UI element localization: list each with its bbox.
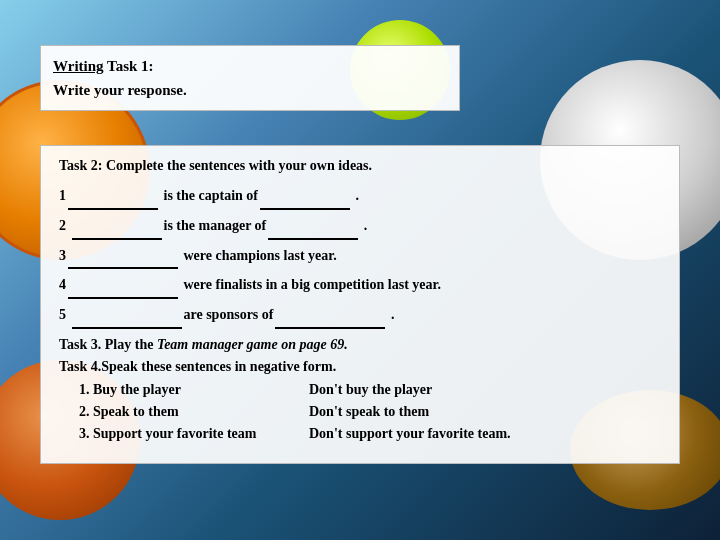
sentence-4-num: 4 <box>59 277 66 292</box>
blank-5a <box>72 303 182 329</box>
subtitle: Write your response. <box>53 82 187 98</box>
row1-positive-text: Buy the player <box>93 382 181 397</box>
task1-label: Task 1: <box>104 58 154 74</box>
blank-2b <box>268 214 358 240</box>
writing-label: Writing <box>53 58 104 74</box>
main-content: Task 2: Complete the sentences with your… <box>40 145 680 464</box>
table-row: 3. Support your favorite team Don't supp… <box>59 423 661 445</box>
sentence-5-end: . <box>387 307 394 322</box>
row2-positive: 2. Speak to them <box>59 401 289 423</box>
sentence-4: 4 were finalists in a big competition la… <box>59 273 661 299</box>
task4-header: Task 4.Speak these sentences in negative… <box>59 359 661 375</box>
row3-negative: Don't support your favorite team. <box>289 423 661 445</box>
sentence-4-mid: were finalists in a big competition last… <box>180 277 441 292</box>
task3-prefix: Task 3. Play the <box>59 337 157 352</box>
sentence-2-num: 2 <box>59 218 70 233</box>
negative-form-table: 1. Buy the player Don't buy the player 2… <box>59 379 661 445</box>
row2-negative: Don't speak to them <box>289 401 661 423</box>
task2-header: Task 2: Complete the sentences with your… <box>59 158 661 174</box>
table-row: 1. Buy the player Don't buy the player <box>59 379 661 401</box>
task3-italic: Team manager game on page 69. <box>157 337 348 352</box>
row2-positive-text: Speak to them <box>93 404 179 419</box>
sentence-5-mid: are sponsors of <box>184 307 274 322</box>
row1-negative: Don't buy the player <box>289 379 661 401</box>
blank-1b <box>260 184 350 210</box>
sentence-2: 2 is the manager of . <box>59 214 661 240</box>
table-row: 2. Speak to them Don't speak to them <box>59 401 661 423</box>
sentence-1-num: 1 <box>59 188 66 203</box>
row3-positive: 3. Support your favorite team <box>59 423 289 445</box>
sentence-1-end: . <box>352 188 359 203</box>
sentence-2-mid: is the manager of <box>164 218 267 233</box>
sentence-2-end: . <box>360 218 367 233</box>
writing-task-title: Writing Task 1: Write your response. <box>53 54 447 102</box>
blank-2a <box>72 214 162 240</box>
title-box: Writing Task 1: Write your response. <box>40 45 460 111</box>
blank-1a <box>68 184 158 210</box>
sentence-5-num: 5 <box>59 307 70 322</box>
sentence-3-num: 3 <box>59 248 66 263</box>
sentence-1: 1 is the captain of . <box>59 184 661 210</box>
row1-num: 1. <box>79 382 90 397</box>
row1-positive: 1. Buy the player <box>59 379 289 401</box>
task2-desc: Complete the sentences with your own ide… <box>102 158 372 173</box>
sentence-3-mid: were champions last year. <box>180 248 337 263</box>
sentence-5: 5 are sponsors of . <box>59 303 661 329</box>
task2-label: Task 2: <box>59 158 102 173</box>
row3-num: 3. <box>79 426 90 441</box>
row3-positive-text: Support your favorite team <box>93 426 256 441</box>
blank-5b <box>275 303 385 329</box>
blank-3a <box>68 244 178 270</box>
sentence-3: 3 were champions last year. <box>59 244 661 270</box>
row2-num: 2. <box>79 404 90 419</box>
task3-line: Task 3. Play the Team manager game on pa… <box>59 337 661 353</box>
blank-4a <box>68 273 178 299</box>
sentence-1-mid: is the captain of <box>160 188 258 203</box>
